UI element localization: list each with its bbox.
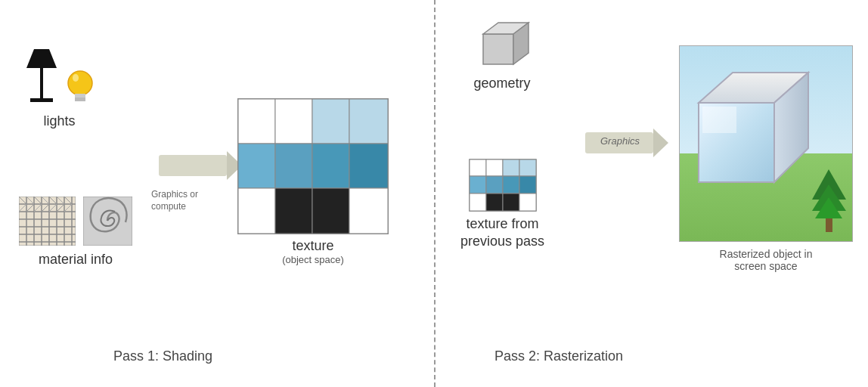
lights-icons-row bbox=[23, 45, 96, 110]
tree-icon bbox=[812, 166, 846, 234]
pass2-label: Pass 2: Rasterization bbox=[494, 348, 623, 364]
svg-marker-0 bbox=[26, 49, 57, 68]
svg-rect-62 bbox=[503, 176, 519, 194]
svg-rect-59 bbox=[519, 159, 536, 176]
svg-rect-41 bbox=[275, 99, 312, 144]
texture-prev-group: texture from previous pass bbox=[460, 159, 544, 251]
lights-label: lights bbox=[43, 113, 75, 129]
svg-rect-1 bbox=[40, 68, 43, 98]
raster-group: Rasterized object in screen space bbox=[679, 45, 853, 272]
texture-sublabel: (object space) bbox=[282, 254, 344, 265]
texture-group: texture (object space) bbox=[237, 98, 389, 265]
geometry-cube bbox=[472, 15, 532, 72]
texture-prev-label: texture from previous pass bbox=[460, 215, 544, 251]
arrow-label: Graphics or compute bbox=[151, 189, 198, 212]
svg-marker-73 bbox=[702, 107, 736, 133]
right-arrow-container: Graphics bbox=[585, 125, 668, 166]
svg-rect-45 bbox=[275, 144, 312, 188]
svg-point-6 bbox=[73, 74, 79, 82]
svg-rect-43 bbox=[349, 99, 388, 144]
svg-rect-74 bbox=[826, 218, 832, 232]
svg-rect-61 bbox=[486, 176, 503, 194]
svg-rect-47 bbox=[349, 144, 388, 188]
bulb-icon bbox=[64, 68, 96, 110]
arrow-container: Graphics or compute bbox=[159, 147, 242, 188]
texture-diagram bbox=[237, 98, 389, 234]
left-panel: lights bbox=[0, 0, 434, 387]
texture-label: texture bbox=[292, 238, 333, 254]
pass1-label: Pass 1: Shading bbox=[113, 348, 212, 364]
raster-label: Rasterized object in screen space bbox=[720, 248, 813, 272]
svg-rect-66 bbox=[503, 194, 519, 211]
svg-rect-44 bbox=[238, 144, 275, 188]
svg-rect-2 bbox=[30, 98, 53, 102]
left-arrow bbox=[159, 147, 242, 185]
svg-rect-64 bbox=[470, 194, 486, 211]
geometry-label: geometry bbox=[473, 76, 530, 91]
svg-rect-4 bbox=[75, 94, 85, 98]
svg-rect-48 bbox=[238, 188, 275, 234]
mesh-icon bbox=[19, 197, 76, 246]
scene-box bbox=[679, 45, 853, 242]
material-icons-row bbox=[19, 197, 132, 246]
svg-point-3 bbox=[68, 71, 92, 95]
svg-rect-65 bbox=[486, 194, 503, 211]
lights-group: lights bbox=[23, 45, 96, 129]
svg-rect-46 bbox=[312, 144, 349, 188]
svg-marker-52 bbox=[483, 34, 513, 64]
swirl-icon bbox=[83, 197, 132, 246]
svg-rect-63 bbox=[519, 176, 536, 194]
material-group: material info bbox=[19, 197, 132, 268]
svg-rect-57 bbox=[486, 159, 503, 176]
svg-rect-60 bbox=[470, 176, 486, 194]
svg-rect-56 bbox=[470, 159, 486, 176]
svg-rect-67 bbox=[519, 194, 536, 211]
svg-rect-5 bbox=[75, 98, 85, 101]
svg-rect-42 bbox=[312, 99, 349, 144]
svg-rect-51 bbox=[349, 188, 388, 234]
svg-rect-50 bbox=[312, 188, 349, 234]
svg-rect-40 bbox=[238, 99, 275, 144]
svg-rect-37 bbox=[159, 155, 227, 176]
lamp-icon bbox=[23, 45, 60, 110]
texture-prev-thumbnail bbox=[469, 159, 537, 212]
svg-rect-58 bbox=[503, 159, 519, 176]
svg-rect-49 bbox=[275, 188, 312, 234]
right-panel: geometry texture from previous pass bbox=[434, 0, 868, 387]
graphics-label: Graphics bbox=[600, 135, 640, 147]
svg-marker-69 bbox=[653, 128, 668, 157]
material-label: material info bbox=[39, 252, 113, 268]
scene-cube bbox=[691, 57, 812, 190]
geometry-group: geometry bbox=[472, 15, 532, 91]
